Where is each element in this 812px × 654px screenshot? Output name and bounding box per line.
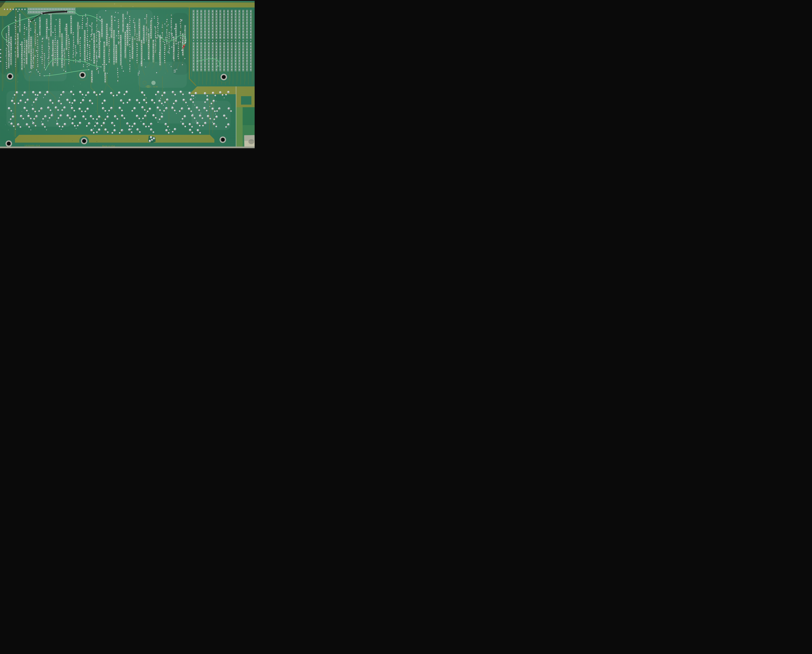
solder-pad: [220, 58, 221, 59]
solder-pad: [117, 74, 118, 75]
solder-pad: [11, 44, 12, 45]
solder-pad: [132, 49, 133, 50]
solder-pad: [227, 31, 229, 32]
solder-pad: [148, 34, 149, 35]
solder-pad: [220, 37, 221, 38]
flux-dot: [115, 116, 116, 117]
solder-pad: [33, 58, 34, 60]
solder-pad: [8, 34, 9, 35]
solder-pad: [208, 58, 209, 59]
dust-speck: [80, 84, 81, 84]
flux-dot: [92, 81, 92, 82]
solder-pad: [62, 56, 63, 57]
flux-dot: [209, 20, 209, 20]
flux-dot: [109, 41, 110, 42]
connector-pad: [58, 8, 59, 10]
connector-pad: [64, 8, 65, 10]
flux-strip: [27, 8, 76, 14]
dust-speck: [247, 68, 248, 69]
flux-dot: [44, 54, 45, 54]
solder-pad: [151, 29, 152, 30]
flux-dot: [167, 38, 168, 38]
keyswitch-pad: [20, 126, 21, 128]
keyswitch-pad: [165, 123, 167, 125]
keyswitch-pad: [110, 92, 112, 94]
flux-dot: [109, 50, 110, 50]
solder-pad: [173, 45, 174, 46]
solder-pad: [231, 11, 232, 12]
solder-pad: [82, 16, 83, 17]
flux-dot: [201, 46, 201, 47]
keyswitch-pad: [104, 128, 107, 131]
solder-pad: [227, 63, 229, 64]
solder-pad: [99, 57, 100, 57]
flux-dot: [209, 11, 209, 12]
solder-pad: [64, 64, 65, 66]
dust-speck: [73, 86, 74, 86]
solder-pad: [96, 69, 98, 70]
keyswitch-pad: [129, 125, 130, 127]
flux-dot: [40, 22, 40, 22]
solder-pad: [174, 70, 175, 71]
solder-pad: [235, 46, 236, 47]
flux-dot: [118, 34, 119, 34]
flux-dot: [107, 40, 107, 41]
dust-speck: [152, 46, 153, 47]
solder-pad: [197, 58, 198, 59]
flux-dot: [125, 43, 126, 43]
solder-pad: [87, 40, 88, 41]
connector-pad: [69, 11, 70, 13]
flux-dot: [209, 23, 209, 23]
flux-dot: [20, 21, 20, 21]
solder-pad: [250, 55, 251, 56]
flux-dot: [111, 26, 112, 27]
dust-speck: [100, 16, 100, 17]
flux-dot: [228, 26, 228, 26]
solder-pad: [98, 72, 99, 73]
flux-dot: [172, 108, 173, 108]
flux-dot: [141, 45, 142, 45]
solder-pad: [11, 53, 12, 54]
flux-dot: [171, 29, 172, 29]
solder-pad: [227, 11, 229, 12]
solder-pad: [227, 58, 229, 59]
flux-dot: [147, 17, 147, 17]
flux-dot: [167, 34, 167, 34]
flux-dot: [9, 33, 9, 33]
solder-pad: [231, 40, 232, 41]
flux-dot: [224, 17, 224, 18]
solder-pad: [239, 28, 240, 29]
solder-pad: [20, 44, 21, 45]
solder-pad: [68, 35, 69, 36]
keyswitch-pad: [26, 123, 28, 125]
flux-dot: [31, 44, 31, 44]
flux-dot: [178, 47, 179, 47]
connector-pad: [33, 11, 34, 13]
keyswitch-pad: [11, 123, 13, 125]
solder-pad: [24, 40, 25, 41]
solder-pad: [113, 33, 114, 34]
solder-pad: [37, 46, 38, 47]
solder-pad: [8, 63, 9, 64]
via-pad: [212, 122, 213, 123]
solder-pad: [37, 66, 38, 67]
keyswitch-pad: [192, 101, 194, 103]
solder-pad: [136, 60, 137, 61]
solder-pad: [49, 14, 50, 15]
flux-dot: [232, 43, 232, 44]
solder-pad: [52, 58, 53, 60]
solder-pad: [127, 28, 128, 29]
solder-pad: [154, 18, 155, 19]
solder-pad: [89, 41, 90, 42]
solder-pad: [116, 52, 117, 53]
solder-pad: [118, 35, 119, 37]
flux-dot: [114, 43, 114, 44]
flux-dot: [18, 50, 18, 51]
solder-pad: [93, 56, 95, 57]
solder-pad: [36, 69, 37, 70]
flux-dot: [24, 43, 25, 43]
solder-pad: [82, 18, 83, 19]
solder-pad: [87, 58, 88, 59]
flux-dot: [250, 29, 251, 29]
flux-dot: [128, 37, 128, 37]
